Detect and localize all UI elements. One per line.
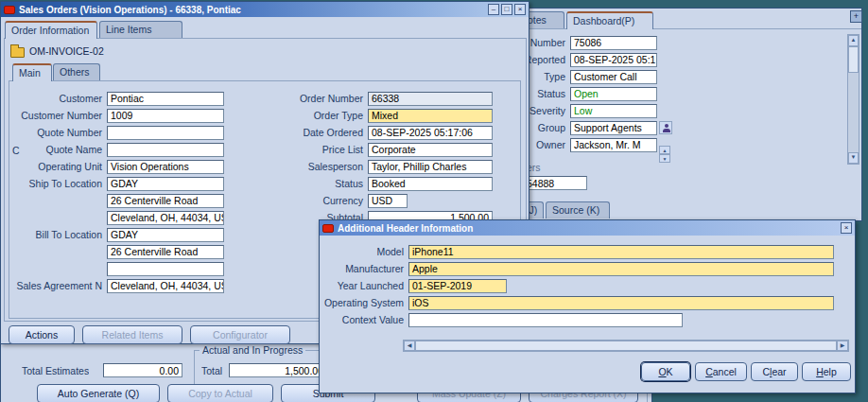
field-row: Operating SystemiOS xyxy=(321,294,834,311)
close-icon[interactable] xyxy=(514,4,526,15)
owner-input[interactable]: Jackson, Mr. M xyxy=(570,138,657,152)
order-type-input[interactable]: Mixed xyxy=(368,109,493,123)
customer-input[interactable]: Pontiac xyxy=(107,92,224,106)
field-row: ManufacturerApple xyxy=(321,260,834,277)
operating-system-input[interactable]: iOS xyxy=(408,296,834,310)
manufacturer-input[interactable]: Apple xyxy=(408,262,834,276)
maximize-icon[interactable] xyxy=(501,4,512,15)
record-scrollbar[interactable] xyxy=(659,146,670,163)
mdi-window-control[interactable] xyxy=(850,10,862,23)
scroll-right-icon[interactable] xyxy=(837,341,848,351)
partial-number-input[interactable]: 54888 xyxy=(523,176,587,190)
field-input[interactable] xyxy=(107,262,224,276)
field-row: Order TypeMixed xyxy=(268,107,493,124)
field-input[interactable]: 26 Centerville Road xyxy=(107,245,224,259)
subtab-main[interactable]: Main xyxy=(12,63,52,81)
field-input[interactable]: Cleveland, OH, 44034, US xyxy=(107,211,224,225)
horizontal-scrollbar[interactable] xyxy=(403,340,849,352)
subtab-others[interactable]: Others xyxy=(53,63,100,80)
number-input[interactable]: 75086 xyxy=(570,36,657,50)
oracle-icon xyxy=(322,224,334,233)
ship-to-location-input[interactable]: GDAY xyxy=(107,177,224,191)
price-list-input[interactable]: Corporate xyxy=(368,143,493,157)
currency-input[interactable]: USD xyxy=(368,194,408,208)
year-launched-input[interactable]: 01-SEP-2019 xyxy=(408,279,507,293)
date-ordered-input[interactable]: 08-SEP-2025 05:17:06 xyxy=(368,126,493,140)
currency-label: Currency xyxy=(268,195,368,206)
status-label: Status xyxy=(523,88,570,99)
severity-input[interactable]: Low xyxy=(570,104,657,118)
bill-to-location-input[interactable]: GDAY xyxy=(107,228,224,242)
window-controls xyxy=(488,4,526,15)
tab-line-items[interactable]: Line Items xyxy=(99,21,182,38)
dialog-fields: ModeliPhone11ManufacturerAppleYear Launc… xyxy=(321,243,834,328)
status-input[interactable]: Booked xyxy=(368,177,493,191)
sales-agreement-n-input[interactable]: Cleveland, OH, 44034, US xyxy=(107,279,224,293)
field-row: StatusOpen xyxy=(523,85,672,102)
minimize-icon[interactable] xyxy=(488,4,499,15)
field-input[interactable]: 26 Centerville Road xyxy=(107,194,224,208)
tab-dashboard[interactable]: Dashboard(P) xyxy=(566,11,653,29)
sales-agreement-n-label: Sales Agreement N xyxy=(7,280,107,291)
field-row: Ship To LocationGDAY xyxy=(7,175,224,192)
model-label: Model xyxy=(321,246,408,257)
field-row: Cleveland, OH, 44034, US xyxy=(7,209,224,226)
tab-source[interactable]: Source (K) xyxy=(546,201,610,218)
scroll-left-icon[interactable] xyxy=(404,341,415,351)
field-row: CustomerPontiac xyxy=(7,90,224,107)
service-request-window: otes Dashboard(P) Number75086Reported08-… xyxy=(518,8,862,221)
order-number-label: Order Number xyxy=(268,93,368,104)
scroll-track[interactable] xyxy=(848,73,859,152)
tab-order-information[interactable]: Order Information xyxy=(5,21,97,39)
panel-scrollbar[interactable] xyxy=(847,34,859,165)
context-value-input[interactable] xyxy=(408,313,683,327)
scroll-up-icon[interactable] xyxy=(848,35,859,46)
order-right-fields: Order Number66338Order TypeMixedDate Ord… xyxy=(268,90,493,226)
scroll-down-icon[interactable] xyxy=(848,152,859,164)
field-row: 26 Centerville Road xyxy=(7,192,224,209)
status-input[interactable]: Open xyxy=(570,87,657,101)
operating-unit-input[interactable]: Vision Operations xyxy=(107,160,224,174)
copy-to-actual-button[interactable]: Copy to Actual xyxy=(167,384,273,402)
scrollbar-thumb[interactable] xyxy=(415,341,837,351)
number-label: Number xyxy=(523,37,570,48)
folder-icon xyxy=(10,47,25,58)
configurator-button[interactable]: Configurator xyxy=(190,325,290,344)
clear-button[interactable]: Clear xyxy=(751,362,798,381)
model-input[interactable]: iPhone11 xyxy=(408,245,834,259)
scrollbar-thumb[interactable] xyxy=(848,46,859,73)
order-number-input[interactable]: 66338 xyxy=(368,92,493,106)
quote-number-input[interactable] xyxy=(107,126,224,140)
field-row: GroupSupport Agents xyxy=(523,119,672,136)
additional-header-info-dialog: Additional Header Information ModeliPhon… xyxy=(319,219,856,393)
total-estimates-input[interactable]: 0.00 xyxy=(103,363,182,377)
related-items-button[interactable]: Related Items xyxy=(82,325,182,344)
titlebar[interactable]: Sales Orders (Vision Operations) - 66338… xyxy=(1,2,529,17)
field-row: Quote Number xyxy=(7,124,224,141)
dialog-titlebar[interactable]: Additional Header Information xyxy=(320,220,855,236)
ok-button[interactable]: OK xyxy=(641,362,690,381)
actions-button[interactable]: Actions xyxy=(9,325,75,344)
scroll-up-icon[interactable] xyxy=(659,146,670,154)
people-icon[interactable] xyxy=(659,121,672,134)
reported-input[interactable]: 08-SEP-2025 05:1 xyxy=(570,53,657,67)
cancel-button[interactable]: Cancel xyxy=(695,362,747,381)
total-input[interactable]: 1,500.00 xyxy=(229,363,327,377)
ship-to-location-label: Ship To Location xyxy=(7,178,107,189)
auto-generate-q-button[interactable]: Auto Generate (Q) xyxy=(37,384,160,402)
bill-to-location-label: Bill To Location xyxy=(7,229,107,240)
group-input[interactable]: Support Agents xyxy=(570,121,657,135)
order-name-label: OM-INVOICE-02 xyxy=(29,45,104,57)
field-row: Number75086 xyxy=(523,34,672,51)
severity-label: Severity xyxy=(523,105,570,116)
help-button[interactable]: Help xyxy=(802,362,851,381)
salesperson-input[interactable]: Taylor, Phillip Charles xyxy=(368,160,493,174)
close-icon[interactable] xyxy=(841,222,852,234)
quote-name-input[interactable] xyxy=(107,143,224,157)
field-row: Bill To LocationGDAY xyxy=(7,226,224,243)
scroll-down-icon[interactable] xyxy=(659,154,670,163)
group-label: Group xyxy=(523,122,570,133)
year-launched-label: Year Launched xyxy=(321,280,408,291)
type-input[interactable]: Customer Call xyxy=(570,70,657,84)
customer-number-input[interactable]: 1009 xyxy=(107,109,224,123)
